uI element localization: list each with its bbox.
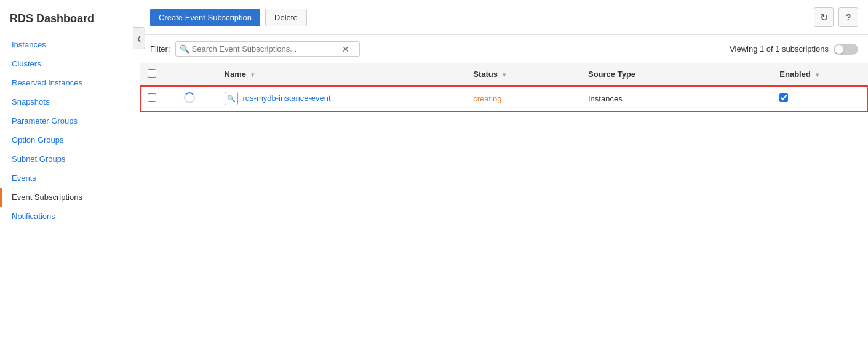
clear-filter-button[interactable]: ✕ <box>342 45 349 54</box>
filter-label: Filter: <box>150 44 170 54</box>
row-status-cell: creating <box>466 86 581 112</box>
search-input[interactable] <box>192 44 340 54</box>
delete-button[interactable]: Delete <box>265 9 307 26</box>
enabled-sort-icon: ▾ <box>816 71 819 78</box>
row-name-cell: 🔍rds-mydb-instance-event <box>217 86 466 112</box>
header-enabled[interactable]: Enabled ▾ <box>772 63 868 86</box>
subscription-name-link[interactable]: rds-mydb-instance-event <box>243 93 331 103</box>
row-status-icon-cell <box>177 86 217 112</box>
name-sort-icon: ▾ <box>251 71 254 78</box>
row-detail-icon: 🔍 <box>225 92 238 105</box>
header-checkbox-col <box>140 63 177 86</box>
chevron-left-icon: ❮ <box>137 35 141 42</box>
event-subscriptions-table: Name ▾ Status ▾ Source Type Enabled ▾ <box>140 63 868 112</box>
header-icon-col <box>177 63 217 86</box>
header-status[interactable]: Status ▾ <box>466 63 581 86</box>
toolbar: Create Event Subscription Delete ↻ ? <box>140 0 868 35</box>
sidebar-item-subnet-groups[interactable]: Subnet Groups <box>0 149 140 169</box>
toolbar-right: ↻ ? <box>814 7 858 27</box>
search-icon: 🔍 <box>180 44 189 54</box>
sidebar-item-notifications[interactable]: Notifications <box>0 207 140 226</box>
viewing-info: Viewing 1 of 1 subscriptions <box>730 44 858 55</box>
source-type-col-label: Source Type <box>588 70 635 79</box>
select-all-checkbox[interactable] <box>148 69 156 78</box>
sidebar-item-events[interactable]: Events <box>0 169 140 188</box>
status-sort-icon: ▾ <box>503 71 506 78</box>
sidebar-item-option-groups[interactable]: Option Groups <box>0 130 140 149</box>
row-checkbox-cell <box>140 86 177 112</box>
loading-spinner-icon <box>184 92 195 103</box>
toggle-switch[interactable] <box>834 44 858 55</box>
sidebar-title: RDS Dashboard <box>0 6 140 35</box>
collapse-button[interactable]: ❮ <box>133 27 145 49</box>
help-button[interactable]: ? <box>838 7 858 27</box>
sidebar-nav: InstancesClustersReserved InstancesSnaps… <box>0 35 140 226</box>
table-wrapper: Name ▾ Status ▾ Source Type Enabled ▾ <box>140 63 868 342</box>
sidebar-item-snapshots[interactable]: Snapshots <box>0 92 140 111</box>
refresh-button[interactable]: ↻ <box>814 7 834 27</box>
name-col-label: Name <box>225 70 246 79</box>
table-row[interactable]: 🔍rds-mydb-instance-eventcreatingInstance… <box>140 86 868 112</box>
sidebar-item-clusters[interactable]: Clusters <box>0 54 140 73</box>
create-event-subscription-button[interactable]: Create Event Subscription <box>150 9 260 26</box>
viewing-count-text: Viewing 1 of 1 subscriptions <box>730 44 829 54</box>
sidebar-item-parameter-groups[interactable]: Parameter Groups <box>0 111 140 130</box>
row-enabled-cell <box>772 86 868 112</box>
refresh-icon: ↻ <box>820 12 828 23</box>
help-icon: ? <box>846 12 851 22</box>
sidebar-item-instances[interactable]: Instances <box>0 35 140 54</box>
table-body: 🔍rds-mydb-instance-eventcreatingInstance… <box>140 86 868 112</box>
sidebar-item-reserved-instances[interactable]: Reserved Instances <box>0 73 140 92</box>
main-content: Create Event Subscription Delete ↻ ? Fil… <box>140 0 868 342</box>
enabled-col-label: Enabled <box>779 70 811 79</box>
status-col-label: Status <box>473 70 498 79</box>
filter-input-wrapper: 🔍 ✕ <box>175 41 360 57</box>
row-source-type-cell: Instances <box>581 86 772 112</box>
sidebar: RDS Dashboard InstancesClustersReserved … <box>0 0 140 342</box>
table-header-row: Name ▾ Status ▾ Source Type Enabled ▾ <box>140 63 868 86</box>
header-name[interactable]: Name ▾ <box>217 63 466 86</box>
filter-bar: Filter: 🔍 ✕ Viewing 1 of 1 subscriptions <box>140 35 868 63</box>
row-select-checkbox[interactable] <box>148 93 156 102</box>
sidebar-item-event-subscriptions[interactable]: Event Subscriptions <box>0 188 140 207</box>
enabled-checkbox[interactable] <box>779 93 788 102</box>
header-source-type: Source Type <box>581 63 772 86</box>
